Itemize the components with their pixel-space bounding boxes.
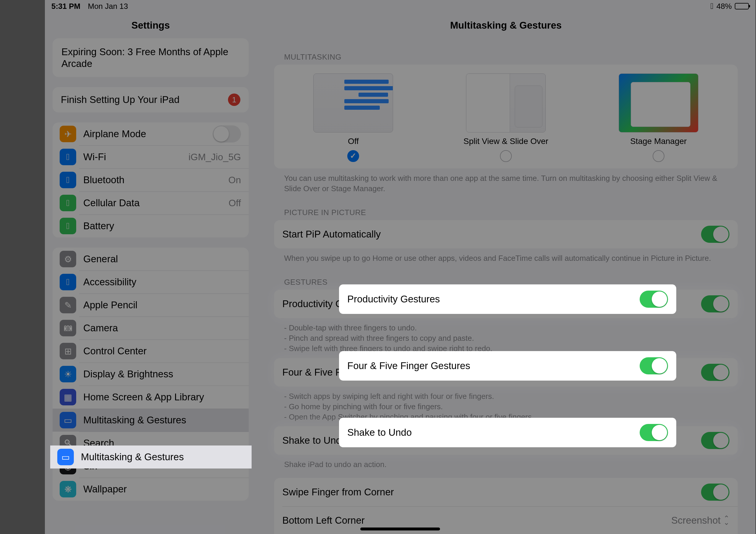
accessibility-icon: 􀕾 bbox=[60, 274, 76, 290]
sidebar-item-airplane[interactable]: ✈︎ Airplane Mode bbox=[53, 122, 249, 145]
siri-icon: ◉ bbox=[60, 458, 76, 474]
battery-label: Battery bbox=[83, 220, 114, 232]
sidebar-item-wifi[interactable]: 􀙇 Wi-Fi iGM_Jio_5G bbox=[53, 145, 249, 168]
wifi-icon: 􀙇 bbox=[711, 1, 714, 11]
multitasking-icon: ▭ bbox=[60, 412, 76, 428]
gear-icon: ⚙︎ bbox=[60, 251, 76, 267]
bottom-left-row[interactable]: Bottom Left Corner Screenshot ⌃⌄ bbox=[274, 506, 738, 534]
mt-thumb-stage bbox=[619, 73, 698, 133]
shake-row[interactable]: Shake to Undo bbox=[274, 426, 738, 455]
display-label: Display & Brightness bbox=[83, 369, 173, 380]
mt-split-label: Split View & Slide Over bbox=[463, 137, 548, 146]
section-gestures: GESTURES bbox=[284, 278, 738, 287]
corners-card: Swipe Finger from Corner Bottom Left Cor… bbox=[274, 478, 738, 534]
four-five-footer: - Switch apps by swiping left and right … bbox=[284, 391, 728, 422]
mt-off-radio[interactable] bbox=[347, 150, 359, 162]
productivity-toggle[interactable] bbox=[701, 295, 729, 313]
mt-footer: You can use multitasking to work with mo… bbox=[284, 173, 728, 194]
home-icon: ▦ bbox=[60, 389, 76, 405]
status-date: Mon Jan 13 bbox=[88, 2, 128, 11]
bl-value: Screenshot bbox=[671, 515, 720, 526]
sidebar-item-camera[interactable]: 📷︎ Camera bbox=[53, 317, 249, 340]
wallpaper-icon: ❋ bbox=[60, 481, 76, 497]
sidebar-item-general[interactable]: ⚙︎ General bbox=[53, 247, 249, 270]
promo-text: Expiring Soon: 3 Free Months of Apple Ar… bbox=[62, 46, 240, 69]
bt-value: On bbox=[228, 175, 241, 186]
mt-option-stage[interactable]: Stage Manager bbox=[582, 73, 735, 162]
airplane-toggle[interactable] bbox=[213, 125, 241, 142]
pip-footer: When you swipe up to go Home or use othe… bbox=[284, 253, 728, 264]
pencil-icon: ✎ bbox=[60, 297, 76, 313]
shake-card: Shake to Undo bbox=[274, 426, 738, 455]
airplane-icon: ✈︎ bbox=[60, 126, 76, 142]
finish-setup-label: Finish Setting Up Your iPad bbox=[61, 94, 179, 105]
shake-label: Shake to Undo bbox=[282, 435, 347, 446]
swipe-corner-row[interactable]: Swipe Finger from Corner bbox=[274, 478, 738, 506]
bt-label: Bluetooth bbox=[83, 174, 124, 186]
productivity-footer: - Double-tap with three fingers to undo.… bbox=[284, 323, 728, 354]
mt-stage-radio[interactable] bbox=[653, 150, 664, 162]
productivity-row[interactable]: Productivity Gestures bbox=[274, 290, 738, 318]
shake-toggle[interactable] bbox=[701, 432, 729, 449]
four-five-row[interactable]: Four & Five Finger Gestures bbox=[274, 358, 738, 387]
swipe-corner-toggle[interactable] bbox=[701, 484, 729, 501]
productivity-card: Productivity Gestures bbox=[274, 290, 738, 318]
camera-label: Camera bbox=[83, 322, 118, 334]
sidebar-item-search[interactable]: 🔍︎ Search bbox=[53, 432, 249, 455]
sidebar-item-bluetooth[interactable]: 􀒒 Bluetooth On bbox=[53, 168, 249, 191]
multitask-label: Multitasking & Gestures bbox=[83, 415, 186, 426]
status-time: 5:31 PM bbox=[51, 2, 80, 11]
multitasking-card: Off Split View & Slide Over Stage Manage… bbox=[274, 64, 738, 168]
cell-value: Off bbox=[229, 198, 241, 209]
sidebar-item-wallpaper[interactable]: ❋ Wallpaper bbox=[53, 478, 249, 501]
airplane-label: Airplane Mode bbox=[83, 128, 146, 140]
sidebar-item-multitasking[interactable]: ▭ Multitasking & Gestures bbox=[53, 409, 249, 432]
pencil-label: Apple Pencil bbox=[83, 299, 137, 311]
pip-label: Start PiP Automatically bbox=[282, 229, 381, 240]
section-pip: PICTURE IN PICTURE bbox=[284, 208, 738, 217]
promo-card[interactable]: Expiring Soon: 3 Free Months of Apple Ar… bbox=[53, 38, 249, 77]
cellular-icon: 􀖀 bbox=[60, 195, 76, 211]
mt-option-off[interactable]: Off bbox=[277, 73, 430, 162]
sidebar-item-control-center[interactable]: ⊞ Control Center bbox=[53, 340, 249, 363]
four-five-label: Four & Five Finger Gestures bbox=[282, 367, 405, 378]
pip-row[interactable]: Start PiP Automatically bbox=[274, 220, 738, 248]
sidebar-item-display[interactable]: ☀︎ Display & Brightness bbox=[53, 363, 249, 386]
four-five-card: Four & Five Finger Gestures bbox=[274, 358, 738, 387]
mt-stage-label: Stage Manager bbox=[630, 137, 687, 146]
wifi-settings-icon: 􀙇 bbox=[60, 149, 76, 165]
control-label: Control Center bbox=[83, 345, 147, 357]
sidebar-item-accessibility[interactable]: 􀕾 Accessibility bbox=[53, 270, 249, 293]
finish-setup-card[interactable]: Finish Setting Up Your iPad 1 bbox=[53, 87, 249, 113]
mt-thumb-off bbox=[313, 73, 393, 133]
battery-icon bbox=[735, 3, 749, 10]
productivity-label: Productivity Gestures bbox=[282, 298, 375, 310]
home-indicator[interactable] bbox=[360, 527, 440, 530]
sidebar-item-home-screen[interactable]: ▦ Home Screen & App Library bbox=[53, 386, 249, 409]
brightness-icon: ☀︎ bbox=[60, 366, 76, 382]
general-label: General bbox=[83, 253, 118, 265]
siri-label: Siri bbox=[83, 461, 97, 472]
camera-icon: 📷︎ bbox=[60, 320, 76, 336]
four-five-toggle[interactable] bbox=[701, 364, 729, 381]
search-label: Search bbox=[83, 438, 114, 449]
bl-label: Bottom Left Corner bbox=[282, 515, 365, 526]
sidebar-item-pencil[interactable]: ✎ Apple Pencil bbox=[53, 293, 249, 317]
wallpaper-label: Wallpaper bbox=[83, 484, 127, 495]
mt-split-radio[interactable] bbox=[500, 150, 512, 162]
section-multitasking: MULTITASKING bbox=[284, 53, 738, 62]
finish-setup-badge: 1 bbox=[228, 93, 240, 106]
sidebar-item-siri[interactable]: ◉ Siri bbox=[53, 455, 249, 478]
accessibility-label: Accessibility bbox=[83, 276, 136, 288]
pip-card: Start PiP Automatically bbox=[274, 220, 738, 248]
wifi-value: iGM_Jio_5G bbox=[188, 152, 241, 163]
mt-off-label: Off bbox=[348, 137, 359, 146]
swipe-corner-label: Swipe Finger from Corner bbox=[282, 487, 394, 498]
sidebar-item-cellular[interactable]: 􀖀 Cellular Data Off bbox=[53, 191, 249, 215]
sidebar-item-battery[interactable]: 􀛨 Battery bbox=[53, 215, 249, 238]
pip-toggle[interactable] bbox=[701, 226, 729, 243]
mt-option-split[interactable]: Split View & Slide Over bbox=[430, 73, 582, 162]
status-bar: 5:31 PM Mon Jan 13 􀙇 48% bbox=[45, 0, 755, 13]
cell-label: Cellular Data bbox=[83, 197, 140, 209]
detail-title: Multitasking & Gestures bbox=[256, 13, 755, 38]
